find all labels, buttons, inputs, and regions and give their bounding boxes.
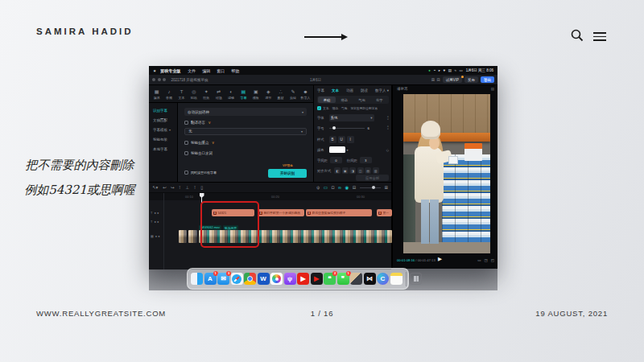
properties-tab[interactable]: 动画	[346, 88, 353, 93]
align-button[interactable]: ▣	[342, 167, 349, 174]
apply-all-button[interactable]: 应用全部	[356, 175, 389, 181]
text-style-button[interactable]: I	[347, 136, 354, 143]
finder-icon[interactable]	[191, 273, 203, 285]
apply-to-all-row[interactable]: ✓ 文本、描边、气泡、花字应用到全部字幕	[317, 106, 389, 110]
preview-control-icon[interactable]: ◰	[491, 258, 494, 262]
youtube-studio-icon[interactable]: ▶	[311, 273, 323, 285]
video-track-controls[interactable]: ▦● ●	[151, 234, 160, 238]
apple-menu-icon[interactable]: ✶	[153, 68, 156, 73]
properties-tab[interactable]: 数字人 ▾	[375, 88, 389, 93]
timeline-toggle-icon[interactable]: ⊟	[353, 185, 357, 190]
titlebar-icon[interactable]: ⊞	[431, 77, 435, 82]
photo-app-icon[interactable]	[350, 273, 362, 285]
minimize-window-icon[interactable]	[158, 78, 161, 81]
notes-icon[interactable]	[390, 273, 402, 285]
menubar-item[interactable]: 帮助	[231, 68, 239, 73]
close-window-icon[interactable]	[152, 78, 155, 81]
properties-tab[interactable]: 文本	[332, 88, 339, 93]
player-settings-icon[interactable]: ▤	[491, 87, 494, 91]
align-button[interactable]: ◨	[349, 167, 356, 174]
align-button[interactable]: ▥	[373, 167, 379, 174]
timeline-tool-icon[interactable]: ⊥	[185, 185, 189, 190]
properties-tab[interactable]: 朗读	[361, 88, 368, 93]
toolbar-tab[interactable]: ✦ 特效	[200, 86, 213, 102]
timeline-tool-icon[interactable]: ⊺	[179, 185, 181, 190]
status-icon[interactable]: ≈	[454, 68, 456, 72]
status-icon[interactable]: ▤	[448, 68, 452, 72]
toolbar-tab[interactable]: ◐ 滤镜	[225, 86, 237, 102]
titlebar-icon[interactable]: ⊟	[437, 77, 440, 82]
video-clip-thumb[interactable]	[179, 230, 187, 243]
smart-highlight-row[interactable]: 智能划重点 V	[184, 141, 214, 145]
timeline-toggle-icon[interactable]: ▭	[324, 185, 328, 190]
status-icon[interactable]: ▭	[459, 68, 462, 72]
messages-icon[interactable]: ❞ 1	[337, 273, 349, 285]
properties-tab[interactable]: 字幕	[317, 88, 324, 93]
safari-icon[interactable]	[231, 273, 243, 285]
timeline-tool-icon[interactable]: ▯	[200, 185, 203, 190]
align-button[interactable]: ◧	[334, 167, 341, 174]
translate-language-row[interactable]: 翻译语言 V	[184, 121, 210, 125]
timeline-ruler[interactable]: 00:1000:2000:30	[149, 193, 391, 200]
toolbar-tab[interactable]: ♪ 音频	[163, 86, 175, 102]
status-icon[interactable]: ♥	[444, 68, 446, 72]
zoom-window-icon[interactable]	[163, 78, 166, 81]
status-icon[interactable]: ▸	[439, 68, 440, 72]
letter-spacing-input[interactable]: 0	[330, 157, 342, 163]
eyedropper-icon[interactable]: ◇	[386, 148, 389, 152]
trial-vip-button[interactable]: 试用VIP	[443, 76, 462, 83]
menu-icon[interactable]	[593, 30, 606, 43]
video-clip-thumb[interactable]	[188, 230, 197, 243]
toolbar-tab[interactable]: ⇄ 转场	[213, 86, 225, 102]
youtube-icon[interactable]: ▶	[297, 273, 309, 285]
chrome-icon[interactable]	[244, 273, 256, 285]
toolbar-tab[interactable]: ▦ 媒体	[151, 86, 163, 102]
timeline-tool-icon[interactable]: ↖▾	[152, 185, 158, 190]
word-icon[interactable]: W	[258, 273, 270, 285]
clear-subtitles-row[interactable]: 同时清空已有字幕	[184, 171, 217, 175]
timeline-toggle-icon[interactable]: ◉	[345, 185, 349, 190]
align-button[interactable]: ▤	[365, 167, 371, 174]
timeline-tool-icon[interactable]: ⊺	[194, 185, 196, 190]
capcut-icon[interactable]: ⋈	[364, 273, 376, 285]
status-icon[interactable]: ◓	[434, 68, 436, 72]
photos-icon[interactable]	[270, 273, 283, 285]
toolbar-tab[interactable]: ◎ 贴纸	[188, 86, 200, 102]
subtitle-segment[interactable]: A 是这些货架值得买的样子	[306, 209, 372, 216]
trash-icon[interactable]	[410, 273, 422, 285]
sidebar-item[interactable]: 文稿匹配	[149, 115, 177, 125]
timeline-toggle-icon[interactable]: ∞	[338, 185, 341, 190]
checkbox[interactable]	[184, 171, 188, 175]
properties-subtab[interactable]: 花字	[370, 97, 388, 103]
sidebar-item[interactable]: 识别字幕	[149, 105, 177, 115]
filler-words-row[interactable]: 智能去口水词	[184, 151, 213, 155]
preview-control-icon[interactable]: ◳	[484, 258, 487, 262]
menubar-item[interactable]: 窗口	[217, 68, 225, 73]
menubar-item[interactable]: 编辑	[202, 68, 210, 73]
publish-button[interactable]: 发布	[464, 76, 478, 83]
toolbar-tab[interactable]: ◈ 调节	[262, 86, 275, 102]
properties-subtab[interactable]: 气泡	[353, 97, 371, 103]
font-dropdown[interactable]: 系统 ▾	[329, 114, 374, 121]
toolbar-tab[interactable]: T 文本	[175, 86, 188, 102]
translate-language-dropdown[interactable]: 无 ▾	[184, 128, 307, 135]
toolbar-tab[interactable]: ✎ 剪辑	[287, 86, 299, 102]
wechat-icon[interactable]: ❝ 2	[324, 273, 336, 285]
text-track2-controls[interactable]: T● ●	[151, 220, 159, 224]
align-button[interactable]: ◫	[357, 167, 364, 174]
canva-icon[interactable]: C	[377, 273, 389, 285]
timeline-toggle-icon[interactable]: ψ	[316, 185, 320, 190]
timeline-tool-icon[interactable]: ↪	[171, 185, 175, 190]
sidebar-item[interactable]: 智能包装	[149, 134, 177, 144]
font-stepper[interactable]: ∧∨	[387, 116, 389, 121]
checkbox-checked[interactable]: ✓	[317, 106, 321, 110]
toolbar-tab[interactable]: ▣ 模板	[250, 86, 262, 102]
mail-icon[interactable]: ✉ 3	[217, 273, 229, 285]
app-store-icon[interactable]: A 1	[204, 273, 217, 285]
search-icon[interactable]	[570, 28, 584, 43]
size-stepper[interactable]: ∧∨	[387, 125, 389, 130]
timeline-tool-icon[interactable]: ↩	[163, 185, 167, 190]
toolbar-tab[interactable]: ∴ 素材	[275, 86, 287, 102]
size-slider[interactable]	[329, 128, 365, 129]
podcasts-icon[interactable]: ψ	[284, 273, 296, 285]
